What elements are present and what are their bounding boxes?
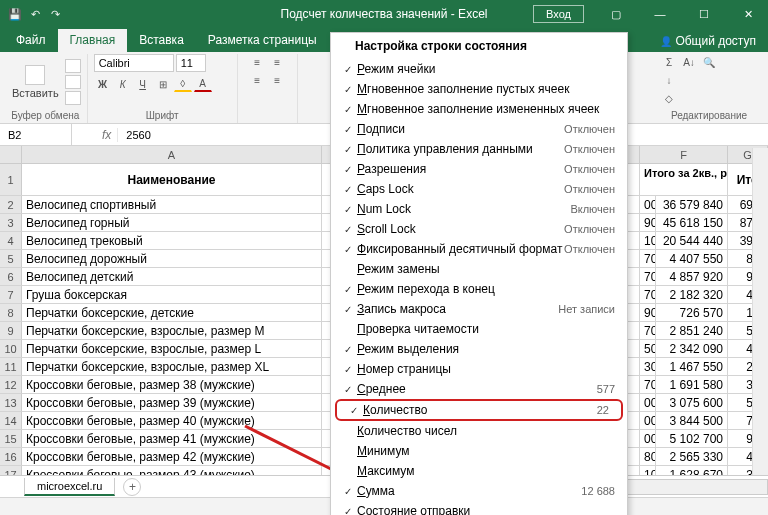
cell[interactable]: 70 <box>640 322 656 339</box>
cell[interactable]: 70 <box>640 376 656 393</box>
autosum-icon[interactable]: Σ <box>660 54 678 70</box>
cell[interactable]: Велосипед трековый <box>22 232 322 249</box>
add-sheet-icon[interactable]: + <box>123 478 141 496</box>
fx-icon[interactable]: fx <box>96 128 118 142</box>
cell[interactable]: 70 <box>640 250 656 267</box>
find-icon[interactable]: 🔍 <box>700 54 718 70</box>
minimize-icon[interactable]: — <box>640 0 680 28</box>
context-menu-item[interactable]: ✓ Сумма 12 688 <box>331 481 627 501</box>
tab-home[interactable]: Главная <box>58 29 128 52</box>
row-header[interactable]: 12 <box>0 376 22 393</box>
context-menu-item[interactable]: Проверка читаемости <box>331 319 627 339</box>
cell[interactable]: 90 <box>640 304 656 321</box>
cell[interactable]: 20 544 440 <box>656 232 728 249</box>
context-menu-item[interactable]: ✓ Режим перехода в конец <box>331 279 627 299</box>
font-color-icon[interactable]: A <box>194 76 212 92</box>
context-menu-item[interactable]: ✓ Мгновенное заполнение пустых ячеек <box>331 79 627 99</box>
row-header[interactable]: 7 <box>0 286 22 303</box>
cell[interactable]: Кроссовки беговые, размер 41 (мужские) <box>22 430 322 447</box>
cell[interactable]: Кроссовки беговые, размер 38 (мужские) <box>22 376 322 393</box>
share-button[interactable]: Общий доступ <box>660 34 756 48</box>
cell[interactable]: 80 <box>640 448 656 465</box>
cell[interactable]: Груша боксерская <box>22 286 322 303</box>
cell[interactable]: 90 <box>640 214 656 231</box>
vertical-scrollbar[interactable] <box>752 148 768 475</box>
row-header[interactable]: 11 <box>0 358 22 375</box>
cell[interactable]: Перчатки боксерские, взрослые, размер M <box>22 322 322 339</box>
context-menu-item[interactable]: ✓ Фиксированный десятичный формат Отключ… <box>331 239 627 259</box>
context-menu-item[interactable]: ✓ Политика управления данными Отключен <box>331 139 627 159</box>
login-button[interactable]: Вход <box>533 5 584 23</box>
close-icon[interactable]: ✕ <box>728 0 768 28</box>
cell[interactable]: 3 075 600 <box>656 394 728 411</box>
cell[interactable]: Велосипед горный <box>22 214 322 231</box>
context-menu-item[interactable]: ✓ Подписи Отключен <box>331 119 627 139</box>
cell[interactable]: 2 182 320 <box>656 286 728 303</box>
cell[interactable]: Кроссовки беговые, размер 40 (мужские) <box>22 412 322 429</box>
cell[interactable]: 4 407 550 <box>656 250 728 267</box>
context-menu-item[interactable]: ✓ Состояние отправки <box>331 501 627 515</box>
context-menu-item[interactable]: ✓ Num Lock Включен <box>331 199 627 219</box>
header-cell[interactable]: Итого за 2кв., руб. <box>640 164 728 195</box>
select-all-corner[interactable] <box>0 146 22 163</box>
context-menu-item[interactable]: ✓ Режим ячейки <box>331 59 627 79</box>
cell[interactable]: Кроссовки беговые, размер 42 (мужские) <box>22 448 322 465</box>
cell[interactable]: 70 <box>640 268 656 285</box>
format-painter-icon[interactable] <box>65 91 81 105</box>
sheet-tab[interactable]: microexcel.ru <box>24 478 115 496</box>
cell[interactable]: Велосипед спортивный <box>22 196 322 213</box>
redo-icon[interactable]: ↷ <box>46 5 64 23</box>
font-size-input[interactable] <box>176 54 206 72</box>
cut-icon[interactable] <box>65 59 81 73</box>
row-header[interactable]: 9 <box>0 322 22 339</box>
context-menu-item[interactable]: ✓ Режим выделения <box>331 339 627 359</box>
align-mid-icon[interactable]: ≡ <box>268 54 286 70</box>
align-center-icon[interactable]: ≡ <box>268 72 286 88</box>
cell[interactable]: 00 <box>640 196 656 213</box>
context-menu-item[interactable]: ✓ Scroll Lock Отключен <box>331 219 627 239</box>
save-icon[interactable]: 💾 <box>6 5 24 23</box>
cell[interactable]: 36 579 840 <box>656 196 728 213</box>
header-cell[interactable]: Наименование <box>22 164 322 195</box>
context-menu-item[interactable]: ✓ Caps Lock Отключен <box>331 179 627 199</box>
cell[interactable]: Кроссовки беговые, размер 39 (мужские) <box>22 394 322 411</box>
row-header[interactable]: 4 <box>0 232 22 249</box>
italic-icon[interactable]: К <box>114 76 132 92</box>
context-menu-item[interactable]: ✓ Среднее 577 <box>331 379 627 399</box>
copy-icon[interactable] <box>65 75 81 89</box>
cell[interactable]: Велосипед дорожный <box>22 250 322 267</box>
cell[interactable]: Перчатки боксерские, взрослые, размер L <box>22 340 322 357</box>
row-header[interactable]: 14 <box>0 412 22 429</box>
context-menu-item[interactable]: ✓ Разрешения Отключен <box>331 159 627 179</box>
row-header[interactable]: 10 <box>0 340 22 357</box>
cell[interactable]: 2 851 240 <box>656 322 728 339</box>
context-menu-item[interactable]: ✓ Номер страницы <box>331 359 627 379</box>
col-header-a[interactable]: A <box>22 146 322 163</box>
sort-icon[interactable]: A↓ <box>680 54 698 70</box>
row-header[interactable]: 3 <box>0 214 22 231</box>
context-menu-item[interactable]: Режим замены <box>331 259 627 279</box>
fill-color-icon[interactable]: ◊ <box>174 76 192 92</box>
cell[interactable]: 726 570 <box>656 304 728 321</box>
context-menu-item[interactable]: ✓ Количество 22 <box>335 399 623 421</box>
context-menu-item[interactable]: ✓ Мгновенное заполнение измененных ячеек <box>331 99 627 119</box>
context-menu-item[interactable]: ✓ Запись макроса Нет записи <box>331 299 627 319</box>
cell[interactable]: 00 <box>640 430 656 447</box>
cell[interactable]: 2 342 090 <box>656 340 728 357</box>
border-icon[interactable]: ⊞ <box>154 76 172 92</box>
cell[interactable]: 3 844 500 <box>656 412 728 429</box>
cell[interactable]: 45 618 150 <box>656 214 728 231</box>
cell[interactable]: 10 <box>640 232 656 249</box>
align-left-icon[interactable]: ≡ <box>248 72 266 88</box>
tab-insert[interactable]: Вставка <box>127 29 196 52</box>
fill-icon[interactable]: ↓ <box>660 72 678 88</box>
bold-icon[interactable]: Ж <box>94 76 112 92</box>
cell[interactable]: 2 565 330 <box>656 448 728 465</box>
context-menu-item[interactable]: Количество чисел <box>331 421 627 441</box>
ribbon-options-icon[interactable]: ▢ <box>596 0 636 28</box>
context-menu-item[interactable]: Максимум <box>331 461 627 481</box>
paste-button[interactable]: Вставить <box>10 63 61 101</box>
cell[interactable]: 4 857 920 <box>656 268 728 285</box>
cell[interactable]: 70 <box>640 286 656 303</box>
underline-icon[interactable]: Ч <box>134 76 152 92</box>
